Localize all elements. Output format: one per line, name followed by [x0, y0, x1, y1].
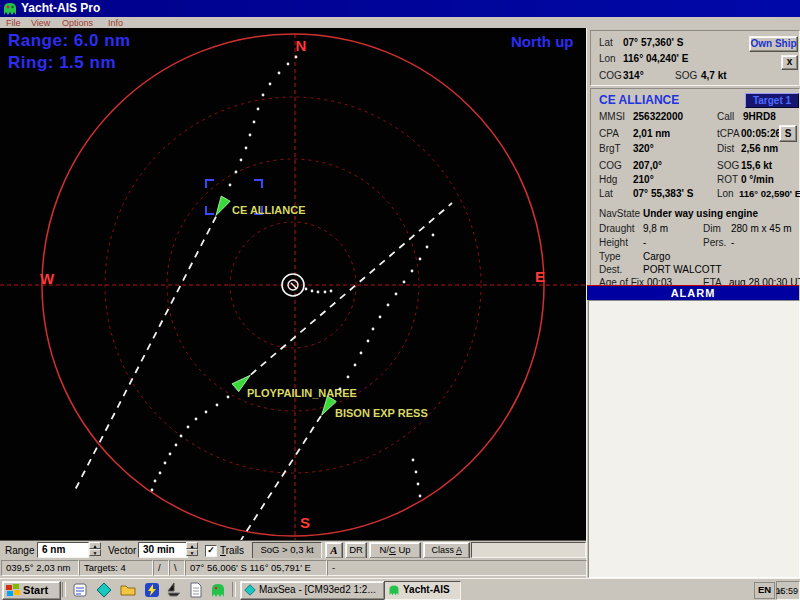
target-trail-dot [360, 352, 363, 355]
language-indicator[interactable]: EN [754, 582, 775, 599]
ownship-sog-value: 4,7 kt [701, 70, 727, 81]
brg-label: BrgT [599, 143, 621, 154]
ownship-lon-label: Lon [599, 53, 616, 64]
task-yacht-ais[interactable]: Yacht-AIS [384, 581, 461, 600]
ownship-close-button[interactable]: x [781, 55, 798, 70]
taskbar-divider [62, 582, 66, 597]
menu-info[interactable]: Info [108, 18, 123, 28]
document-icon[interactable] [188, 582, 204, 598]
target1-button[interactable]: Target 1 [745, 93, 799, 108]
trails-label-rest: rails [226, 545, 244, 556]
nc-initial: C [389, 544, 396, 555]
maxsea-icon[interactable] [96, 582, 112, 598]
vector-spin-up-icon[interactable]: ▲ [186, 542, 198, 549]
indicator-backslash: \ [169, 560, 185, 576]
ownship-cog-label: COG [599, 70, 622, 81]
target-vector [241, 405, 328, 540]
notes-icon[interactable] [72, 582, 88, 598]
target-trail-dot [372, 328, 375, 331]
call-value: 9HRD8 [743, 111, 776, 122]
info-panel: Lat 07° 57,360' S Lon 116° 04,240' E COG… [586, 28, 800, 578]
dest-label: Dest. [599, 264, 622, 275]
range-label: Range [5, 545, 34, 556]
dist-label: Dist [717, 143, 734, 154]
target-trail-dot [245, 147, 248, 150]
target-trail-dot [269, 83, 272, 86]
dest-value: PORT WALCOTT [643, 264, 722, 275]
vector-spin-down-icon[interactable]: ▼ [186, 549, 198, 556]
compass-east: E [535, 268, 545, 285]
sog-filter-button[interactable]: SoG > 0,3 kt [252, 542, 322, 559]
trail-dot [417, 483, 420, 486]
lightning-icon[interactable] [144, 582, 160, 598]
ais-app-icon[interactable] [210, 582, 226, 598]
type-label: Type [599, 251, 621, 262]
target-trail-dot [395, 293, 398, 296]
tcpa-value: 00:05:26 [741, 128, 781, 139]
menu-view[interactable]: View [31, 18, 50, 28]
cursor-bearing-range: 039,5° 2,03 nm [1, 560, 79, 576]
pers-label: Pers. [703, 237, 726, 248]
indicator-slash: / [153, 560, 169, 576]
window-title: Yacht-AIS Pro [21, 0, 100, 17]
own-ship-trail-dot [330, 290, 333, 293]
target-trail-dot [229, 184, 232, 187]
target-trail-dot [216, 404, 219, 407]
mmsi-label: MMSI [599, 111, 625, 122]
target-trail-dot [339, 388, 342, 391]
north-course-up-button[interactable]: N/C Up [369, 542, 421, 559]
ship-icon[interactable] [166, 582, 182, 598]
alarm-list[interactable] [588, 300, 800, 578]
type-value: Cargo [643, 251, 670, 262]
tlon-value: 116° 02,590' E [739, 188, 800, 199]
target-trail-dot [354, 364, 357, 367]
vector-spinner[interactable]: ▲ ▼ [186, 542, 198, 557]
tlat-label: Lat [599, 188, 613, 199]
menu-options[interactable]: Options [62, 18, 93, 28]
cog-label: COG [599, 160, 622, 171]
trails-checkbox[interactable]: ✓ [205, 545, 217, 557]
range-spin-down-icon[interactable]: ▼ [89, 549, 101, 556]
alarm-header: ALARM [587, 285, 799, 300]
range-input[interactable]: 6 nm [37, 542, 89, 558]
navstate-value: Under way using engine [643, 208, 758, 219]
target-trail-dot [419, 258, 422, 261]
mmsi-value: 256322000 [633, 111, 683, 122]
target-symbol[interactable] [216, 196, 230, 215]
own-ship-tick [291, 283, 297, 289]
folder-icon[interactable] [120, 582, 136, 598]
task-maxsea[interactable]: MaxSea - [CM93ed2 1:2... [240, 581, 385, 600]
target-trail-dot [278, 72, 281, 75]
target-label[interactable]: CE ALLIANCE [232, 204, 306, 216]
taskbar-clock[interactable]: 15:59 [775, 583, 798, 599]
target-trail-dot [151, 489, 154, 492]
brg-value: 320° [633, 143, 654, 154]
radar-plot[interactable]: CE ALLIANCEPLOYPAILIN_NAREEBISON EXP RES… [0, 28, 586, 540]
target-trail-dot [235, 171, 238, 174]
target-name: CE ALLIANCE [599, 93, 679, 107]
start-label: Start [23, 584, 48, 596]
status-bar: 039,5° 2,03 nm Targets: 4 / \ 07° 56,006… [0, 558, 586, 576]
dr-button[interactable]: DR [345, 542, 367, 559]
range-spin-up-icon[interactable]: ▲ [89, 542, 101, 549]
target-trail-dot [205, 411, 208, 414]
maxsea-icon [244, 584, 256, 596]
target-trail-dot [347, 376, 350, 379]
range-spinner[interactable]: ▲ ▼ [89, 542, 101, 557]
ownship-sog-label: SOG [675, 70, 697, 81]
own-ship-trail-dot [311, 290, 314, 293]
target-trail-dot [227, 396, 230, 399]
anchor-a-button[interactable]: A [325, 542, 343, 559]
target-trail-dot [159, 472, 162, 475]
height-value: - [643, 237, 646, 248]
sleep-button[interactable]: S [779, 125, 797, 142]
vector-input[interactable]: 30 min [138, 542, 188, 558]
class-a-only-button[interactable]: Class A only [423, 542, 470, 559]
class-pre: Class [431, 545, 456, 555]
target-trail-dot [379, 316, 382, 319]
start-button[interactable]: Start [2, 581, 61, 600]
rot-label: ROT [717, 174, 738, 185]
own-ship-button[interactable]: Own Ship [749, 36, 798, 52]
target-label[interactable]: BISON EXP RESS [335, 407, 428, 419]
menu-file[interactable]: File [6, 18, 21, 28]
